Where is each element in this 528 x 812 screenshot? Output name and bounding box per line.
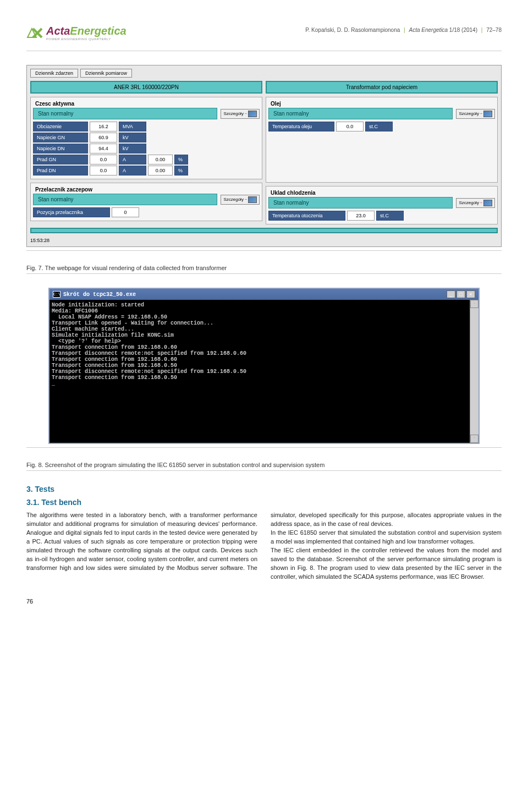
- divider: [26, 273, 502, 274]
- panel-tap-changer: Przelacznik zaczepow Stan normalny Szcze…: [30, 183, 262, 221]
- field-unit: kV: [119, 133, 146, 142]
- body-paragraph: The IEC client embedded in the controlle…: [271, 546, 502, 581]
- figure-7-ui: Dziennik zdarzen Dziennik pomiarow ANER …: [26, 65, 502, 247]
- chart-icon: [248, 111, 257, 117]
- field-unit: st.C: [365, 122, 393, 131]
- close-button[interactable]: ×: [466, 290, 475, 298]
- citation-journal: Acta Energetica: [409, 27, 448, 33]
- details-button[interactable]: Szczegóły~: [221, 195, 260, 205]
- field-value: 16.2: [90, 122, 117, 131]
- citation-separator-icon: |: [481, 27, 483, 33]
- citation-authors: P. Kopański, D. D. Rasolomampionona: [305, 27, 400, 33]
- data-row: Obciazenie16.2MVA: [33, 122, 260, 131]
- header-status: Transformator pod napieciem: [266, 81, 498, 94]
- logo-subtitle: POWER ENGINEERING QUARTERLY: [46, 37, 127, 41]
- wave-icon: ~: [480, 201, 482, 205]
- header-divider: [26, 51, 502, 51]
- citation: P. Kopański, D. D. Rasolomampionona | Ac…: [305, 25, 502, 33]
- panel-active-part: Czesc aktywna Stan normalny Szczegóły~ O…: [30, 97, 262, 179]
- maximize-button[interactable]: □: [457, 290, 465, 298]
- field-unit-2: %: [174, 155, 188, 164]
- field-label: Temperatura oleju: [268, 122, 334, 131]
- divider: [26, 470, 502, 471]
- data-row: Prad DN0.0A0.00%: [33, 166, 260, 175]
- status-badge: Stan normalny: [33, 194, 217, 205]
- status-badge: Stan normalny: [268, 197, 453, 209]
- minimize-button[interactable]: _: [447, 290, 455, 298]
- body-paragraph: The algorithms were tested in a laborato…: [26, 512, 257, 571]
- field-unit: A: [119, 155, 146, 164]
- details-button[interactable]: Szczegóły~: [456, 109, 495, 119]
- field-label: Pozycja przelacznika: [33, 207, 110, 217]
- chart-icon: [483, 111, 492, 117]
- scroll-up-icon[interactable]: ▴: [470, 300, 479, 308]
- page-number: 76: [26, 598, 502, 605]
- citation-pages: 72–78: [486, 27, 502, 33]
- field-value: 0.0: [90, 166, 117, 175]
- panel-title: Olej: [268, 100, 495, 108]
- field-value: 60.9: [90, 133, 117, 142]
- logo-icon: [26, 28, 43, 39]
- chart-icon: [483, 200, 492, 206]
- footer-bar: [30, 228, 498, 233]
- data-row: Prad GN0.0A0.00%: [33, 155, 260, 164]
- field-label: Obciazenie: [33, 122, 88, 131]
- divider: [26, 250, 502, 251]
- field-unit: A: [119, 166, 146, 175]
- field-label: Temperatura otoczenia: [268, 211, 345, 221]
- field-value: 94.4: [90, 144, 117, 153]
- figure-8-caption: Fig. 8. Screenshot of the program simula…: [26, 462, 502, 468]
- field-label: Napiecie DN: [33, 144, 88, 153]
- scroll-down-icon[interactable]: ▾: [470, 435, 479, 443]
- field-value: 23.0: [347, 211, 375, 221]
- logo-text-energetica: Energetica: [70, 25, 126, 37]
- body-text: The algorithms were tested in a laborato…: [26, 511, 502, 581]
- details-button[interactable]: Szczegóły~: [221, 109, 260, 119]
- panel-title: Czesc aktywna: [33, 100, 260, 108]
- field-label: Prad DN: [33, 166, 88, 175]
- details-button[interactable]: Szczegóły~: [456, 198, 495, 208]
- field-value: 0.0: [336, 122, 364, 131]
- terminal-output: Node initialization: started Media: RFC1…: [50, 300, 479, 443]
- panel-cooling: Uklad chlodzenia Stan normalny Szczegóły…: [266, 186, 498, 224]
- status-badge: Stan normalny: [33, 108, 217, 119]
- scrollbar[interactable]: ▴▾: [470, 300, 479, 443]
- chart-icon: [248, 196, 257, 203]
- panel-oil: Olej Stan normalny Szczegóły~ Temperatur…: [266, 97, 498, 183]
- body-paragraph: In the IEC 61850 server that simulated t…: [271, 529, 502, 546]
- section-heading-tests: 3. Tests: [26, 485, 502, 493]
- figure-7-caption: Fig. 7. The webpage for visual rendering…: [26, 265, 502, 271]
- wave-icon: ~: [480, 112, 482, 116]
- wave-icon: ~: [245, 197, 247, 201]
- window-title: Skrót do tcpc32_50.exe: [63, 292, 136, 298]
- page-header: ActaEnergetica POWER ENGINEERING QUARTER…: [26, 25, 502, 41]
- field-label: Napiecie GN: [33, 133, 88, 142]
- cmd-icon: C:\: [53, 291, 61, 298]
- field-value: 0.0: [90, 155, 117, 164]
- wave-icon: ~: [245, 112, 247, 116]
- panel-title: Przelacznik zaczepow: [33, 185, 260, 194]
- field-value: 0: [112, 207, 139, 217]
- timestamp: 15:53:28: [30, 238, 498, 243]
- journal-logo: ActaEnergetica POWER ENGINEERING QUARTER…: [26, 25, 127, 41]
- field-value-2: 0.00: [148, 155, 173, 164]
- status-badge: Stan normalny: [268, 108, 453, 119]
- citation-separator-icon: |: [404, 27, 405, 33]
- divider: [26, 447, 502, 448]
- header-model: ANER 3RL 160000/220PN: [30, 81, 262, 94]
- field-value-2: 0.00: [148, 166, 173, 175]
- panel-title: Uklad chlodzenia: [268, 189, 495, 197]
- section-heading-testbench: 3.1. Test bench: [26, 498, 502, 507]
- field-unit-2: %: [174, 166, 188, 175]
- citation-issue: 1/18 (2014): [449, 27, 477, 33]
- tab-events[interactable]: Dziennik zdarzen: [30, 69, 78, 78]
- data-row: Napiecie DN94.4kV: [33, 144, 260, 153]
- tab-measurements[interactable]: Dziennik pomiarow: [80, 69, 132, 78]
- field-unit: st.C: [376, 211, 404, 221]
- data-row: Napiecie GN60.9kV: [33, 133, 260, 142]
- field-unit: kV: [119, 144, 146, 153]
- logo-text-acta: Acta: [46, 25, 70, 37]
- field-unit: MVA: [119, 122, 146, 131]
- window-titlebar: C:\ Skrót do tcpc32_50.exe _ □ ×: [50, 289, 479, 300]
- figure-8-terminal: C:\ Skrót do tcpc32_50.exe _ □ × Node in…: [48, 288, 480, 444]
